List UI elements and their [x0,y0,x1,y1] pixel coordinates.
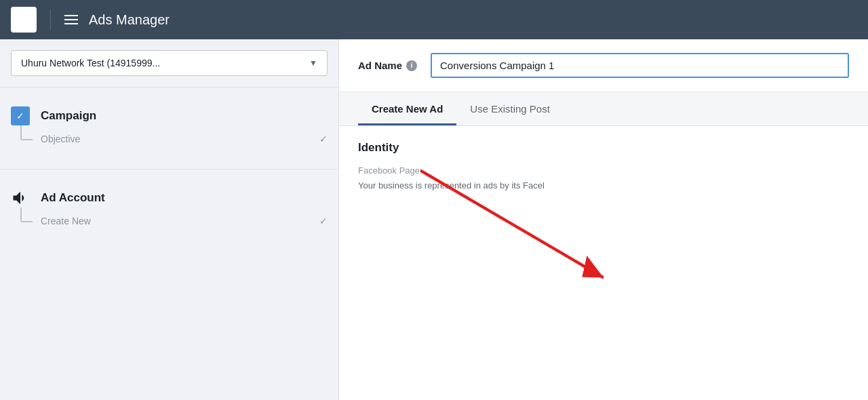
objective-check-icon: ✓ [319,134,328,144]
ad-account-section-header: Ad Account [11,188,328,207]
identity-title: Identity [358,141,849,155]
sidebar-divider-mid [0,169,338,169]
campaign-objective-item[interactable]: Objective ✓ [11,131,328,147]
facebook-page-label: Facebook Page [358,165,849,176]
content-area: Ad Name i Create New Ad Use Existing Pos… [339,39,868,400]
campaign-section: ✓ Campaign Objective ✓ [0,93,338,163]
app-title: Ads Manager [89,12,170,28]
branch-line [20,125,33,140]
ad-account-section: Ad Account Create New ✓ [0,175,338,245]
campaign-checkbox: ✓ [11,106,30,125]
checkmark-icon: ✓ [16,111,24,121]
account-dropdown-text: Uhuru Network Test (14915999... [21,58,160,68]
chevron-down-icon: ▼ [309,58,317,68]
objective-label: Objective [41,134,80,144]
megaphone-icon [11,188,30,207]
ad-name-label: Ad Name i [358,60,417,71]
tab-create-new-ad[interactable]: Create New Ad [358,92,456,125]
tab-use-existing-post[interactable]: Use Existing Post [456,92,564,125]
branch-line-2 [20,207,33,222]
header: Ads Manager [0,0,868,39]
main-layout: Uhuru Network Test (14915999... ▼ ✓ Camp… [0,39,868,400]
sidebar-divider-top [0,87,338,87]
facebook-page-desc: Your business is represented in ads by i… [358,180,849,192]
facebook-logo [11,7,37,33]
campaign-section-header: ✓ Campaign [11,106,328,125]
account-dropdown[interactable]: Uhuru Network Test (14915999... ▼ [11,50,328,76]
ad-name-info-icon[interactable]: i [406,60,417,71]
tabs-row: Create New Ad Use Existing Post [339,92,868,125]
header-divider [50,9,51,30]
ad-account-title: Ad Account [41,191,105,205]
menu-icon[interactable] [64,15,78,24]
ad-name-input[interactable] [431,53,849,78]
ad-name-section: Ad Name i [339,39,868,92]
identity-section: Identity Facebook Page Your business is … [339,126,868,207]
create-new-check-icon: ✓ [319,216,328,226]
tabs-section: Create New Ad Use Existing Post [339,92,868,126]
create-new-label: Create New [41,216,91,226]
sidebar: Uhuru Network Test (14915999... ▼ ✓ Camp… [0,39,339,400]
campaign-title: Campaign [41,109,96,123]
ad-account-create-item[interactable]: Create New ✓ [11,213,328,229]
